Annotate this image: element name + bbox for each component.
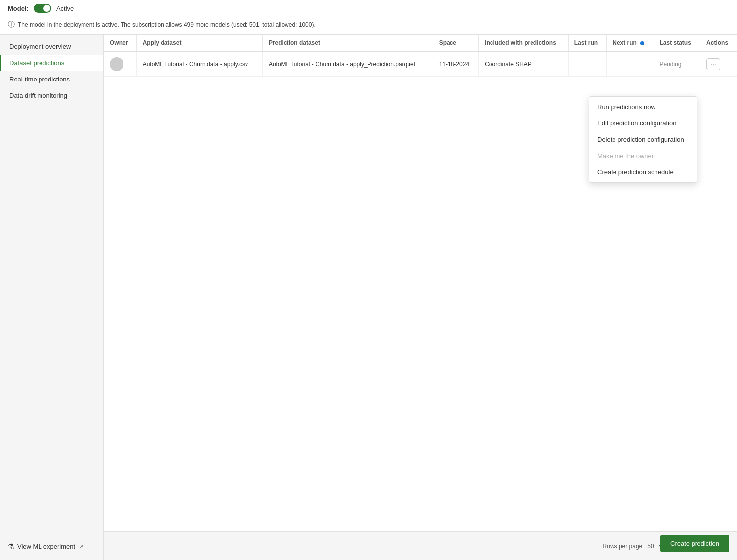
cell-prediction-dataset: AutoML Tutorial - Churn data - apply_Pre… bbox=[262, 52, 433, 77]
main-layout: Deployment overview Dataset predictions … bbox=[0, 35, 737, 560]
actions-dropdown-menu: Run predictions now Edit prediction conf… bbox=[589, 96, 697, 183]
view-ml-experiment-label: View ML experiment bbox=[17, 543, 75, 550]
col-owner: Owner bbox=[104, 35, 136, 52]
external-link-icon: ↗ bbox=[79, 543, 83, 550]
col-apply-dataset: Apply dataset bbox=[136, 35, 262, 52]
col-next-run: Next run bbox=[607, 35, 654, 52]
actions-button[interactable]: ··· bbox=[706, 58, 720, 70]
bottom-bar: Rows per page 50 25 100 1–1 of 1 ‹ › Cre… bbox=[104, 531, 737, 560]
owner-avatar bbox=[110, 57, 123, 71]
content-area: Owner Apply dataset Prediction dataset S… bbox=[104, 35, 737, 560]
sidebar-nav: Deployment overview Dataset predictions … bbox=[0, 39, 103, 104]
flask-icon: ⚗ bbox=[8, 542, 14, 550]
cell-owner bbox=[104, 52, 136, 77]
cell-next-run bbox=[607, 52, 654, 77]
table-header-row: Owner Apply dataset Prediction dataset S… bbox=[104, 35, 737, 52]
sidebar-item-data-drift-monitoring[interactable]: Data drift monitoring bbox=[0, 87, 103, 104]
sidebar-item-deployment-overview[interactable]: Deployment overview bbox=[0, 39, 103, 55]
dropdown-delete-prediction-config[interactable]: Delete prediction configuration bbox=[589, 131, 697, 148]
sidebar-item-dataset-predictions[interactable]: Dataset predictions bbox=[0, 55, 103, 71]
cell-last-status: Pending bbox=[654, 52, 700, 77]
cell-apply-dataset: AutoML Tutorial - Churn data - apply.csv bbox=[136, 52, 262, 77]
rows-per-page: Rows per page 50 25 100 bbox=[603, 542, 666, 550]
toggle-knob bbox=[43, 5, 50, 12]
top-bar: Model: Active bbox=[0, 0, 737, 17]
info-bar: ⓘ The model in the deployment is active.… bbox=[0, 17, 737, 35]
next-run-indicator bbox=[640, 41, 644, 45]
cell-included-with-predictions: Coordinate SHAP bbox=[479, 52, 569, 77]
cell-last-run bbox=[568, 52, 606, 77]
col-actions: Actions bbox=[700, 35, 737, 52]
col-last-status: Last status bbox=[654, 35, 700, 52]
view-ml-experiment-link[interactable]: ⚗ View ML experiment ↗ bbox=[0, 536, 103, 556]
create-prediction-button[interactable]: Create prediction bbox=[660, 535, 729, 552]
dropdown-create-prediction-schedule[interactable]: Create prediction schedule bbox=[589, 164, 697, 180]
sidebar: Deployment overview Dataset predictions … bbox=[0, 35, 104, 560]
sidebar-item-realtime-predictions[interactable]: Real-time predictions bbox=[0, 71, 103, 87]
col-included-with-predictions: Included with predictions bbox=[479, 35, 569, 52]
dropdown-run-predictions-now[interactable]: Run predictions now bbox=[589, 99, 697, 115]
table-row: AutoML Tutorial - Churn data - apply.csv… bbox=[104, 52, 737, 77]
model-label: Model: bbox=[8, 5, 29, 12]
cell-actions: ··· bbox=[700, 52, 737, 77]
dropdown-edit-prediction-config[interactable]: Edit prediction configuration bbox=[589, 115, 697, 131]
info-icon: ⓘ bbox=[8, 20, 15, 29]
predictions-table: Owner Apply dataset Prediction dataset S… bbox=[104, 35, 737, 77]
active-label: Active bbox=[56, 5, 74, 12]
rows-per-page-label: Rows per page bbox=[603, 543, 643, 550]
dropdown-make-me-owner: Make me the owner bbox=[589, 148, 697, 164]
col-prediction-dataset: Prediction dataset bbox=[262, 35, 433, 52]
cell-space: 11-18-2024 bbox=[433, 52, 478, 77]
col-last-run: Last run bbox=[568, 35, 606, 52]
status-badge: Pending bbox=[660, 61, 682, 68]
model-toggle[interactable] bbox=[34, 4, 51, 13]
col-space: Space bbox=[433, 35, 478, 52]
info-text: The model in the deployment is active. T… bbox=[18, 21, 316, 28]
